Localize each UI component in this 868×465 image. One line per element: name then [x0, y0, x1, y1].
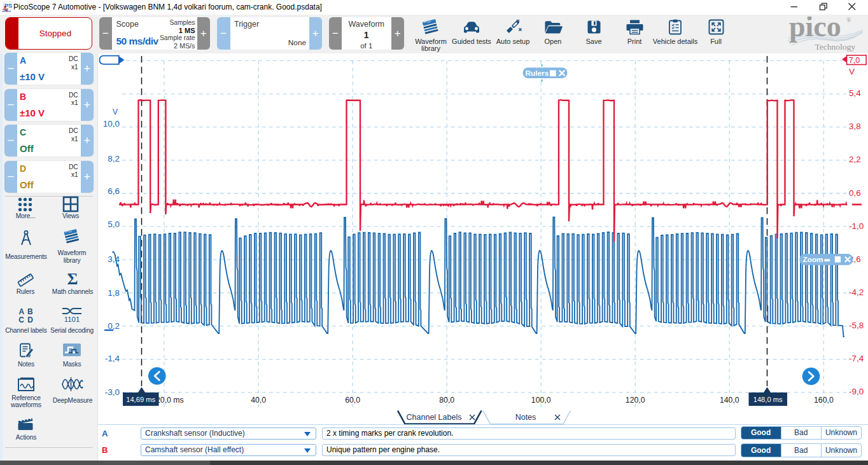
svg-text:Technology: Technology — [815, 42, 855, 52]
svg-text:6,6: 6,6 — [108, 186, 120, 196]
svg-text:60,0: 60,0 — [345, 396, 360, 405]
svg-text:2,2: 2,2 — [849, 155, 861, 164]
svg-text:14,69 ms: 14,69 ms — [126, 396, 155, 403]
svg-text:-3,0: -3,0 — [105, 387, 120, 397]
svg-text:0,6: 0,6 — [849, 188, 861, 198]
svg-text:-5,8: -5,8 — [849, 321, 864, 330]
svg-text:5,0: 5,0 — [108, 219, 120, 229]
svg-text:V: V — [849, 67, 855, 76]
svg-text:80,0: 80,0 — [439, 396, 454, 405]
svg-text:40,0: 40,0 — [251, 396, 266, 405]
svg-text:0,2: 0,2 — [108, 321, 120, 331]
svg-text:Channel Labels: Channel Labels — [407, 413, 462, 422]
svg-text:Σ: Σ — [67, 270, 78, 287]
svg-text:Zoom: Zoom — [803, 255, 823, 264]
svg-text:-9,0: -9,0 — [849, 387, 864, 396]
svg-text:20,0 ms: 20,0 ms — [156, 396, 184, 405]
svg-text:A B: A B — [18, 307, 33, 316]
svg-text:140,0: 140,0 — [720, 396, 739, 405]
svg-text:1101: 1101 — [64, 316, 80, 323]
svg-text:5,4: 5,4 — [849, 88, 861, 98]
svg-text:V: V — [113, 108, 118, 116]
svg-text:10,0: 10,0 — [103, 119, 120, 128]
svg-text:3,4: 3,4 — [108, 254, 120, 264]
svg-text:-1,4: -1,4 — [105, 354, 120, 363]
svg-text:-1,0: -1,0 — [849, 221, 864, 231]
svg-text:8,2: 8,2 — [108, 154, 120, 163]
svg-text:pico: pico — [789, 17, 841, 43]
svg-text:-7,4: -7,4 — [849, 354, 864, 363]
svg-text:-4,2: -4,2 — [849, 288, 864, 297]
svg-text:148,0 ms: 148,0 ms — [753, 396, 783, 403]
svg-text:Rulers: Rulers — [526, 69, 549, 78]
svg-text:160,0: 160,0 — [814, 396, 834, 405]
svg-text:100,0: 100,0 — [531, 396, 551, 405]
svg-text:7,0: 7,0 — [849, 56, 860, 65]
svg-text:Notes: Notes — [515, 413, 536, 422]
svg-text:120,0: 120,0 — [626, 396, 645, 405]
svg-text:®: ® — [846, 17, 851, 24]
svg-text:3,8: 3,8 — [849, 121, 861, 131]
svg-text:1,8: 1,8 — [108, 288, 120, 298]
svg-text:C D: C D — [18, 316, 34, 324]
